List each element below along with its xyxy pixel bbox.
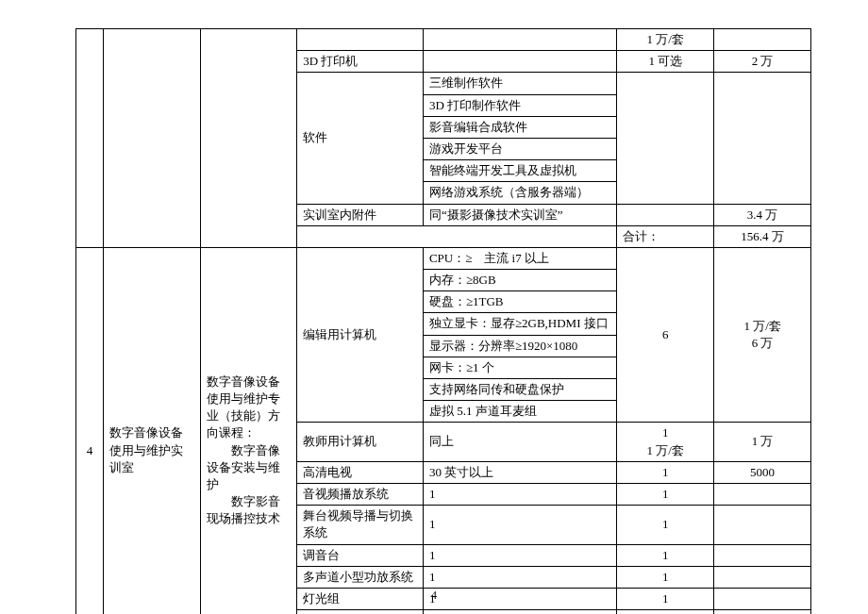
- cell-value: 支持网络同传和硬盘保护: [423, 379, 617, 401]
- cell-value: 教师用计算机: [297, 423, 424, 461]
- cell-value: 1: [617, 483, 714, 505]
- cell-value: 同“摄影摄像技术实训室”: [423, 204, 617, 225]
- cell-value: 音视频连线: [297, 610, 424, 614]
- table-row: 4 数字音像设备使用与维护实训室 数字音像设备使用与维护专业（技能）方向课程： …: [76, 247, 811, 269]
- cell-value: [617, 204, 714, 225]
- cell-value: 影音编辑合成软件: [423, 116, 617, 138]
- cell-value: 1 万/套: [617, 29, 714, 51]
- cell-value: 实训室内附件: [297, 204, 424, 225]
- equipment-table: 1 万/套 3D 打印机 1 可选 2 万 软件 三维制作软件 3D 打印制作软…: [75, 28, 811, 614]
- cell-value: 独立显卡：显存≥2GB,HDMI 接口: [423, 313, 617, 335]
- cell-value: 1: [423, 483, 617, 505]
- cell-value: 多声道小型功放系统: [297, 566, 424, 588]
- cell-value: 1: [423, 544, 617, 566]
- cell-value: [714, 610, 811, 614]
- cell-value: 调音台: [297, 544, 424, 566]
- cell-value: 舞台视频导播与切换系统: [297, 506, 424, 544]
- cell-value: 若干: [617, 610, 714, 614]
- cell-value: 同上: [423, 423, 617, 461]
- cell-value: 1 万/套 6 万: [714, 247, 811, 423]
- cell-value: 2 万: [714, 51, 811, 73]
- cell-value: [714, 483, 811, 505]
- cell-value: 1 1 万/套: [617, 423, 714, 461]
- software-label: 软件: [297, 73, 424, 204]
- cell-value: 音视频播放系统: [297, 483, 424, 505]
- cell-value: 网卡：≥1 个: [423, 357, 617, 378]
- cell-value: 虚拟 5.1 声道耳麦组: [423, 401, 617, 423]
- section-name: 数字音像设备使用与维护实训室: [103, 247, 200, 614]
- cell-value: 硬盘：≥1TGB: [423, 291, 617, 313]
- cell-value: 1: [617, 461, 714, 483]
- cell-value: 1 可选: [617, 51, 714, 73]
- cell-value: 1: [423, 506, 617, 544]
- cell-value: [714, 506, 811, 544]
- subtotal-label: 合计：: [617, 225, 714, 247]
- page-number: 4: [0, 589, 868, 603]
- cell-value: [714, 29, 811, 51]
- cell-value: 三维制作软件: [423, 73, 617, 94]
- cell-value: 网络游戏系统（含服务器端）: [423, 182, 617, 204]
- cell-value: 1: [617, 544, 714, 566]
- subtotal-value: 156.4 万: [714, 225, 811, 247]
- cell-value: 3D 打印制作软件: [423, 94, 617, 116]
- cell-value: [714, 544, 811, 566]
- cell-value: 1: [423, 566, 617, 588]
- cell-value: 3.4 万: [714, 204, 811, 225]
- cell-value: 30 英寸以上: [423, 461, 617, 483]
- cell-value: 6: [617, 247, 714, 423]
- cell-value: 高清电视: [297, 461, 424, 483]
- cell-value: 智能终端开发工具及虚拟机: [423, 160, 617, 182]
- cell-value: 5000: [714, 461, 811, 483]
- cell-value: 显示器：分辨率≥1920×1080: [423, 335, 617, 357]
- section-index: 4: [76, 247, 104, 614]
- cell-value: 1: [423, 610, 617, 614]
- cell-value: 1 万: [714, 423, 811, 461]
- cell-value: 游戏开发平台: [423, 138, 617, 159]
- cell-value: 1: [617, 566, 714, 588]
- cell-value: CPU：≥ 主流 i7 以上: [423, 247, 617, 269]
- cell-value: 1: [617, 506, 714, 544]
- section-courses: 数字音像设备使用与维护专业（技能）方向课程： 数字音像设备安装与维护 数字影音现…: [200, 247, 297, 614]
- cell-value: 内存：≥8GB: [423, 270, 617, 291]
- cell-value: [714, 566, 811, 588]
- cell-value: 3D 打印机: [297, 51, 424, 73]
- table-row: 1 万/套: [76, 29, 811, 51]
- cell-value: [423, 51, 617, 73]
- edit-pc-label: 编辑用计算机: [297, 247, 424, 423]
